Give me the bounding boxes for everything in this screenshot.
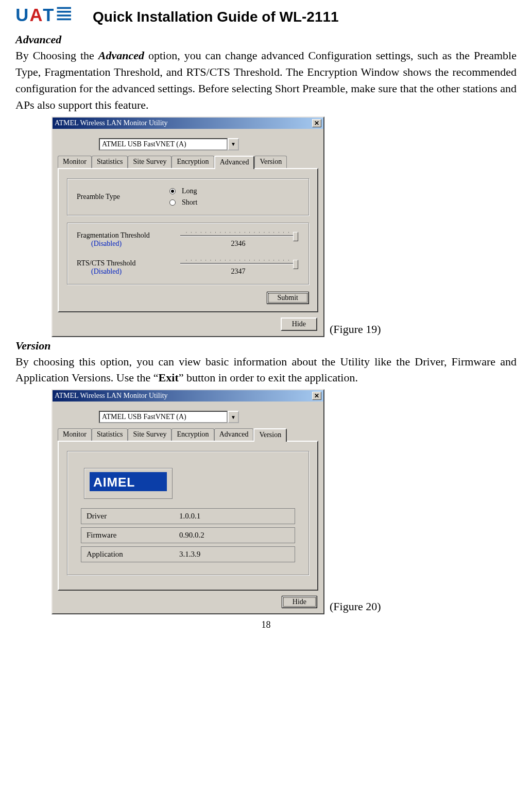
svg-text:T: T xyxy=(43,5,54,25)
fragmentation-slider[interactable]: ' ' ' ' ' ' ' ' ' ' ' ' ' ' ' ' ' ' ' ' … xyxy=(177,231,299,248)
tabs-advanced: Monitor Statistics Site Survey Encryptio… xyxy=(58,156,318,168)
rts-threshold-label: RTS/CTS Threshold xyxy=(77,259,177,267)
application-row: Application 3.1.3.9 xyxy=(81,546,295,562)
section-version-title: Version xyxy=(15,339,517,353)
svg-text:AIMEL: AIMEL xyxy=(93,476,135,490)
tab-site-survey[interactable]: Site Survey xyxy=(128,156,171,168)
document-title: Quick Installation Guide of WL-2111 xyxy=(93,9,339,25)
hide-button[interactable]: Hide xyxy=(282,596,317,608)
rts-slider[interactable]: ' ' ' ' ' ' ' ' ' ' ' ' ' ' ' ' ' ' ' ' … xyxy=(177,259,299,276)
firmware-row: Firmware 0.90.0.2 xyxy=(81,527,295,543)
window-title: ATMEL Wireless LAN Monitor Utility xyxy=(55,392,168,400)
firmware-label: Firmware xyxy=(87,531,179,540)
tab-version[interactable]: Version xyxy=(254,156,287,168)
application-value: 3.1.3.9 xyxy=(179,550,200,559)
radio-icon xyxy=(169,199,176,206)
device-dropdown-value: ATMEL USB FastVNET (A) xyxy=(99,411,228,423)
hide-button[interactable]: Hide xyxy=(281,317,317,331)
driver-label: Driver xyxy=(87,512,179,521)
uat-logo: U A T xyxy=(15,5,72,29)
tab-advanced[interactable]: Advanced xyxy=(214,428,254,441)
radio-short-label: Short xyxy=(182,198,197,207)
device-dropdown-value: ATMEL USB FastVNET (A) xyxy=(99,138,228,150)
wlan-utility-window-version: ATMEL Wireless LAN Monitor Utility ✕ ATM… xyxy=(52,389,324,614)
figure-20-caption: (Figure 20) xyxy=(330,600,381,613)
tab-site-survey[interactable]: Site Survey xyxy=(128,428,171,441)
section-advanced-text: By Choosing the Advanced option, you can… xyxy=(15,47,517,113)
tab-advanced[interactable]: Advanced xyxy=(214,156,255,169)
radio-icon xyxy=(169,188,176,194)
tab-monitor[interactable]: Monitor xyxy=(58,428,92,441)
device-dropdown[interactable]: ATMEL USB FastVNET (A) ▼ xyxy=(99,138,323,150)
fragmentation-value: 2346 xyxy=(177,240,299,248)
tab-statistics[interactable]: Statistics xyxy=(92,156,128,168)
radio-long[interactable]: Long xyxy=(169,187,197,195)
tab-encryption[interactable]: Encryption xyxy=(171,156,214,168)
tabs-version: Monitor Statistics Site Survey Encryptio… xyxy=(58,428,318,441)
rts-value: 2347 xyxy=(177,267,299,276)
application-label: Application xyxy=(87,550,179,559)
firmware-value: 0.90.0.2 xyxy=(179,531,204,540)
tab-encryption[interactable]: Encryption xyxy=(171,428,214,441)
svg-text:U: U xyxy=(15,5,28,25)
section-version-text: By choosing this option, you can view ba… xyxy=(15,354,517,387)
svg-text:A: A xyxy=(30,5,43,25)
radio-long-label: Long xyxy=(182,187,197,195)
driver-value: 1.0.0.1 xyxy=(179,512,200,521)
driver-row: Driver 1.0.0.1 xyxy=(81,508,295,524)
device-dropdown[interactable]: ATMEL USB FastVNET (A) ▼ xyxy=(99,411,323,423)
tab-monitor[interactable]: Monitor xyxy=(58,156,92,168)
chevron-down-icon[interactable]: ▼ xyxy=(228,411,239,423)
section-advanced-title: Advanced xyxy=(15,33,517,46)
fragmentation-threshold-label: Fragmentation Threshold xyxy=(77,231,177,240)
page-number: 18 xyxy=(15,620,517,630)
wlan-utility-window-advanced: ATMEL Wireless LAN Monitor Utility ✕ ATM… xyxy=(52,116,324,337)
close-icon[interactable]: ✕ xyxy=(312,119,321,127)
chevron-down-icon[interactable]: ▼ xyxy=(228,138,239,150)
window-title: ATMEL Wireless LAN Monitor Utility xyxy=(55,119,168,127)
submit-button[interactable]: Submit xyxy=(267,292,309,304)
rts-disabled: (Disabled) xyxy=(91,267,177,276)
radio-short[interactable]: Short xyxy=(169,198,197,207)
close-icon[interactable]: ✕ xyxy=(312,392,321,400)
preamble-type-label: Preamble Type xyxy=(77,193,169,201)
fragmentation-disabled: (Disabled) xyxy=(91,240,177,248)
figure-19-caption: (Figure 19) xyxy=(330,323,381,336)
tab-statistics[interactable]: Statistics xyxy=(92,428,128,441)
atmel-logo: AIMEL xyxy=(84,468,173,499)
tab-version[interactable]: Version xyxy=(253,428,287,442)
